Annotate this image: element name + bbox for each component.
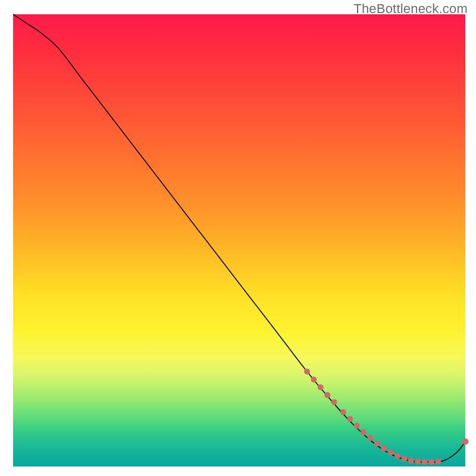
curve-marker <box>304 368 310 374</box>
curve-marker <box>462 439 469 445</box>
curve-marker <box>415 459 421 465</box>
curve-marker <box>354 423 360 429</box>
curve-marker <box>422 459 428 465</box>
curve-marker <box>374 440 380 446</box>
watermark-label: TheBottleneck.com <box>353 1 468 17</box>
plot-area <box>13 14 465 466</box>
frame-edge <box>465 0 476 476</box>
curve-marker <box>347 416 353 422</box>
curve-marker <box>435 459 441 465</box>
curve-marker <box>401 456 407 462</box>
marker-group <box>304 368 469 465</box>
chart-container: TheBottleneck.com <box>0 0 476 476</box>
curve-marker <box>331 399 337 405</box>
curve-marker <box>428 459 434 465</box>
curve-marker <box>367 435 373 441</box>
curve-marker <box>361 429 367 435</box>
curve-marker <box>340 409 346 415</box>
curve-marker <box>388 449 394 455</box>
curve-marker <box>318 384 324 390</box>
frame-edge <box>0 0 13 476</box>
curve-marker <box>381 446 387 452</box>
curve-marker <box>408 458 414 464</box>
bottleneck-curve-line <box>13 14 465 462</box>
curve-marker <box>394 453 400 459</box>
chart-overlay-svg <box>13 14 465 466</box>
frame-edge <box>0 466 476 476</box>
curve-marker <box>324 392 330 398</box>
curve-marker <box>311 377 317 383</box>
